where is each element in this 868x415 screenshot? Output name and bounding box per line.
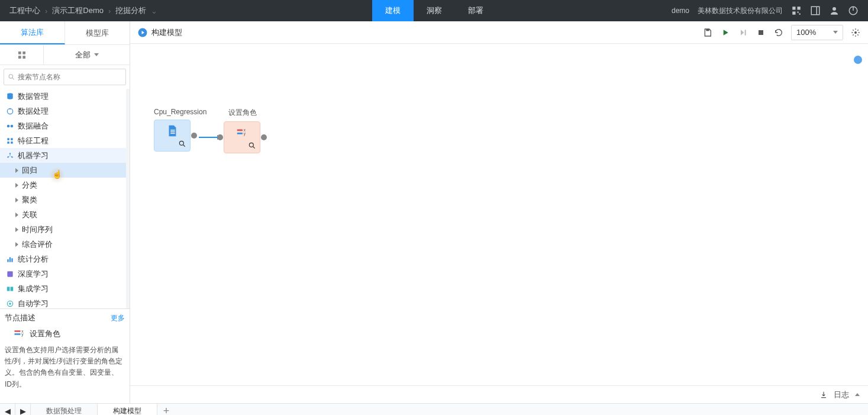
node-desc-more[interactable]: 更多 xyxy=(111,313,125,323)
breadcrumb-item[interactable]: 挖掘分析 xyxy=(115,5,146,16)
svg-rect-21 xyxy=(11,138,13,140)
sidebar-tab-algorithms[interactable]: 算法库 xyxy=(0,21,65,44)
magnify-icon[interactable] xyxy=(178,140,186,148)
play-circle-icon xyxy=(137,27,148,38)
filter-dropdown[interactable]: 全部 xyxy=(44,45,130,65)
node-desc-text: 设置角色支持用户选择需要分析的属性/列，并对属性/列进行变量的角色定义。包含的角… xyxy=(5,345,125,390)
canvas-status-badge[interactable] xyxy=(854,56,862,64)
node-label: 设置角色 xyxy=(224,108,262,118)
breadcrumb-item[interactable]: 工程中心 xyxy=(9,5,40,16)
power-icon[interactable] xyxy=(848,5,859,16)
cat-label: 数据处理 xyxy=(18,106,49,117)
step-button[interactable] xyxy=(738,27,748,38)
node-cpu-regression[interactable]: Cpu_Regression xyxy=(154,108,192,152)
run-button[interactable] xyxy=(720,27,731,38)
bottom-tab-build[interactable]: 构建模型 xyxy=(98,404,157,415)
canvas-title: 构建模型 xyxy=(151,27,182,38)
caret-right-icon xyxy=(15,183,18,188)
node-body[interactable]: xy xyxy=(224,121,260,153)
refresh-button[interactable] xyxy=(773,27,784,38)
chevron-down-icon[interactable] xyxy=(855,393,860,396)
svg-point-34 xyxy=(9,303,11,305)
add-tab-button[interactable]: + xyxy=(157,404,175,415)
svg-rect-50 xyxy=(237,133,243,134)
user-icon[interactable] xyxy=(829,5,840,16)
cat-ml-cluster[interactable]: 聚类 xyxy=(0,192,130,207)
node-port-in[interactable] xyxy=(217,134,223,140)
cat-ml-regression[interactable]: 回归 xyxy=(0,163,130,178)
cat-auto-learning[interactable]: 自动学习 xyxy=(0,296,130,308)
cat-label: 特征工程 xyxy=(18,136,49,146)
magnify-icon[interactable] xyxy=(248,141,256,150)
svg-rect-44 xyxy=(170,130,175,130)
svg-rect-29 xyxy=(11,258,12,262)
canvas[interactable]: Cpu_Regression 设置角色 xy xyxy=(130,44,868,385)
tab-build[interactable]: 建模 xyxy=(372,0,414,21)
download-icon[interactable] xyxy=(819,391,828,399)
cat-stats[interactable]: 统计分析 xyxy=(0,252,130,266)
qr-icon[interactable] xyxy=(791,5,802,16)
cat-ml-eval[interactable]: 综合评价 xyxy=(0,237,130,252)
settings-button[interactable] xyxy=(850,27,861,38)
cat-feature-eng[interactable]: 特征工程 xyxy=(0,133,130,148)
user-label[interactable]: demo xyxy=(672,7,689,15)
svg-rect-20 xyxy=(7,138,9,140)
svg-line-48 xyxy=(183,145,185,147)
database-icon xyxy=(6,92,14,101)
cat-ml-classify[interactable]: 分类 xyxy=(0,178,130,192)
svg-rect-46 xyxy=(170,133,175,134)
cat-data-manage[interactable]: 数据管理 xyxy=(0,89,130,104)
deep-icon xyxy=(6,270,14,278)
cat-ensemble[interactable]: 集成学习 xyxy=(0,281,130,296)
cat-label: 机器学习 xyxy=(18,150,49,161)
log-bar[interactable]: 日志 xyxy=(130,385,868,403)
svg-point-24 xyxy=(9,153,11,154)
sidebar-tab-models[interactable]: 模型库 xyxy=(65,21,130,44)
svg-rect-30 xyxy=(7,271,12,276)
save-button[interactable] xyxy=(702,27,713,38)
tab-insight[interactable]: 洞察 xyxy=(414,0,455,21)
svg-rect-23 xyxy=(11,141,13,144)
cat-ml-timeseries[interactable]: 时间序列 xyxy=(0,222,130,237)
node-set-role[interactable]: 设置角色 xy xyxy=(224,108,262,153)
svg-point-14 xyxy=(9,75,12,78)
node-port-out[interactable] xyxy=(191,133,197,139)
search-input[interactable] xyxy=(18,73,122,81)
ml-icon xyxy=(6,152,14,160)
cat-data-merge[interactable]: 数据融合 xyxy=(0,118,130,133)
scrollbar[interactable] xyxy=(126,89,130,308)
cat-ml[interactable]: 机器学习 xyxy=(0,148,130,163)
cat-label: 统计分析 xyxy=(18,254,49,265)
cat-ml-assoc[interactable]: 关联 xyxy=(0,207,130,222)
search-icon xyxy=(8,73,15,81)
node-body[interactable] xyxy=(154,120,191,152)
tab-nav-next[interactable]: ▶ xyxy=(15,404,31,415)
bottom-tab-preprocess[interactable]: 数据预处理 xyxy=(31,404,98,415)
top-header: 工程中心 › 演示工程Demo › 挖掘分析 ⌄ 建模 洞察 部署 demo 美… xyxy=(0,0,868,21)
zoom-select[interactable]: 100% xyxy=(791,25,843,40)
svg-line-15 xyxy=(12,78,14,80)
cat-data-process[interactable]: 数据处理 xyxy=(0,104,130,118)
svg-rect-49 xyxy=(237,130,243,131)
breadcrumb-item[interactable]: 演示工程Demo xyxy=(52,5,104,16)
cat-deep-learning[interactable]: 深度学习 xyxy=(0,266,130,281)
svg-text:y: y xyxy=(244,131,246,136)
panel-icon[interactable] xyxy=(810,5,821,16)
chevron-down-icon xyxy=(94,53,99,56)
node-port-out[interactable] xyxy=(261,134,267,140)
stop-button[interactable] xyxy=(756,27,766,38)
role-icon: xy xyxy=(235,126,249,139)
cat-label: 深度学习 xyxy=(18,269,49,279)
tab-nav-prev[interactable]: ◀ xyxy=(0,404,15,415)
chevron-down-icon[interactable]: ⌄ xyxy=(151,7,157,15)
tab-deploy[interactable]: 部署 xyxy=(455,0,496,21)
svg-rect-2 xyxy=(792,12,795,15)
zoom-value: 100% xyxy=(796,28,816,37)
svg-rect-42 xyxy=(759,30,763,35)
view-toggle-icon[interactable] xyxy=(0,45,44,65)
svg-line-54 xyxy=(253,147,255,149)
category-list: 数据管理 数据处理 数据融合 特征工程 机器学习 回归 xyxy=(0,89,130,308)
svg-point-18 xyxy=(7,124,10,127)
caret-right-icon xyxy=(15,213,18,217)
search-box[interactable] xyxy=(4,69,126,85)
